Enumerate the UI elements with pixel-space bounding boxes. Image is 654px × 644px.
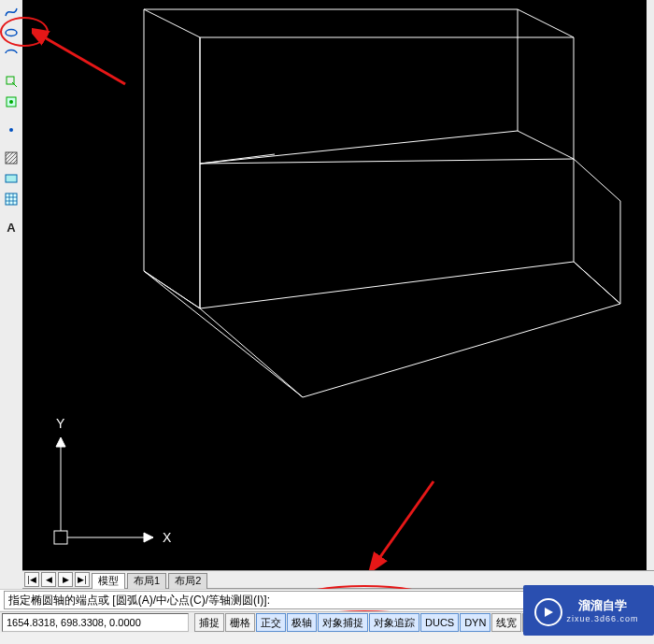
point-tool[interactable] <box>2 121 21 139</box>
spline-tool[interactable] <box>2 3 21 21</box>
svg-rect-8 <box>54 531 67 544</box>
tab-layout1[interactable]: 布局1 <box>127 573 166 589</box>
status-lwt[interactable]: 线宽 <box>491 613 521 632</box>
watermark-sub: zixue.3d66.com <box>566 614 638 623</box>
ucs-icon: X Y <box>41 409 172 559</box>
status-otrack[interactable]: 对象追踪 <box>369 613 419 632</box>
status-polar[interactable]: 极轴 <box>287 613 317 632</box>
play-icon <box>534 598 562 626</box>
ellipse-tool[interactable] <box>2 23 21 42</box>
tab-model[interactable]: 模型 <box>92 573 125 589</box>
tab-nav-prev[interactable]: ◀ <box>41 572 56 587</box>
table-tool[interactable] <box>2 190 21 208</box>
status-dyn[interactable]: DYN <box>460 613 490 632</box>
svg-point-0 <box>6 30 17 36</box>
status-grid[interactable]: 栅格 <box>225 613 255 632</box>
status-ortho[interactable]: 正交 <box>256 613 286 632</box>
ucs-y-label: Y <box>56 416 65 431</box>
model-canvas[interactable]: X Y <box>22 0 654 570</box>
ucs-x-label: X <box>163 530 172 545</box>
status-ducs[interactable]: DUCS <box>420 613 459 632</box>
hatch-tool[interactable] <box>2 149 21 167</box>
svg-point-3 <box>9 100 13 104</box>
draw-toolbar: A <box>0 0 23 600</box>
svg-marker-12 <box>56 437 65 447</box>
status-osnap[interactable]: 对象捕捉 <box>318 613 368 632</box>
ellipse-arc-tool[interactable] <box>2 44 21 63</box>
status-snap[interactable]: 捕捉 <box>194 613 224 632</box>
region-tool[interactable] <box>2 169 21 188</box>
watermark-badge: 溜溜自学 zixue.3d66.com <box>523 585 654 636</box>
watermark-title: 溜溜自学 <box>566 597 638 614</box>
svg-marker-15 <box>545 608 553 617</box>
svg-point-4 <box>9 128 13 132</box>
svg-rect-7 <box>6 193 17 205</box>
svg-rect-6 <box>6 175 17 182</box>
svg-marker-10 <box>144 533 153 542</box>
coordinate-readout: 1654.8318, 698.3308, 0.0000 <box>2 613 189 632</box>
tab-layout2[interactable]: 布局2 <box>168 573 207 589</box>
text-tool[interactable]: A <box>2 218 21 236</box>
tab-nav-next[interactable]: ▶ <box>58 572 73 587</box>
insert-block-tool[interactable] <box>2 72 21 91</box>
make-block-tool[interactable] <box>2 93 21 111</box>
tab-nav-first[interactable]: |◀ <box>24 572 39 587</box>
tab-nav-last[interactable]: ▶| <box>75 572 90 587</box>
